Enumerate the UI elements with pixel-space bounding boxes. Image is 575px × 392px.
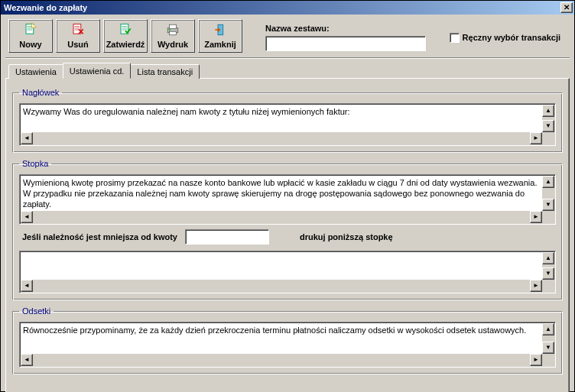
group-stopka: Stopka Wymienioną kwotę prosimy przekaza… [12, 159, 563, 300]
document-delete-icon [70, 23, 86, 38]
new-button[interactable]: Nowy [8, 19, 53, 53]
tab-lista-transakcji[interactable]: Lista transakcji [130, 64, 200, 79]
svg-rect-7 [169, 29, 171, 31]
threshold-row: Jeśli należność jest mniejsza od kwoty d… [19, 225, 556, 251]
window: Wezwanie do zapłaty ✕ Nowy Usuń Zat [0, 0, 575, 392]
checkbox-icon [450, 33, 460, 43]
scroll-up-icon[interactable]: ▲ [542, 176, 554, 188]
scroll-up-icon[interactable]: ▲ [542, 323, 554, 335]
alt-footer-label: drukuj poniższą stopkę [300, 232, 393, 241]
group-odsetki: Odsetki Równocześnie przypominamy, że za… [12, 306, 563, 374]
close-button-label: Zamknij [204, 40, 236, 49]
scroll-corner [542, 211, 554, 223]
scroll-right-icon[interactable]: ► [530, 211, 542, 223]
scroll-left-icon[interactable]: ◄ [21, 354, 33, 366]
new-button-label: Nowy [19, 40, 41, 49]
threshold-input[interactable] [185, 229, 269, 245]
set-name-input[interactable] [265, 36, 426, 51]
tab-panel: Nagłówek Wzywamy Was do uregulowania nal… [5, 78, 570, 392]
toolbar: Nowy Usuń Zatwierdź Wydruk [1, 15, 574, 56]
scroll-left-icon[interactable]: ◄ [21, 132, 33, 144]
window-title: Wezwanie do zapłaty [4, 3, 87, 12]
confirm-button[interactable]: Zatwierdź [103, 19, 148, 53]
close-button[interactable]: Zamknij [198, 19, 242, 53]
scroll-down-icon[interactable]: ▼ [542, 267, 554, 280]
scroll-right-icon[interactable]: ► [530, 280, 542, 292]
scrollbar-vertical[interactable]: ▲ ▼ [542, 105, 554, 132]
scroll-corner [542, 280, 554, 292]
close-icon[interactable]: ✕ [560, 2, 573, 13]
confirm-button-label: Zatwierdź [106, 40, 145, 49]
document-new-icon [23, 23, 38, 38]
scrollbar-vertical[interactable]: ▲ ▼ [542, 252, 554, 280]
scroll-right-icon[interactable]: ► [530, 354, 542, 366]
scrollbar-vertical[interactable]: ▲ ▼ [542, 176, 554, 211]
scroll-up-icon[interactable]: ▲ [542, 252, 554, 264]
print-button[interactable]: Wydruk [151, 19, 195, 53]
scroll-down-icon[interactable]: ▼ [542, 342, 554, 354]
tab-strip: Ustawienia Ustawienia cd. Lista transakc… [8, 64, 574, 79]
manual-select-label: Ręczny wybór transakcji [463, 33, 560, 42]
delete-button[interactable]: Usuń [56, 19, 100, 53]
stopka-text: Wymienioną kwotę prosimy przekazać na na… [23, 177, 541, 209]
titlebar: Wezwanie do zapłaty ✕ [1, 1, 574, 15]
toolbar-right: Nazwa zestawu: Ręczny wybór transakcji [250, 19, 567, 51]
scroll-left-icon[interactable]: ◄ [21, 280, 33, 292]
print-button-label: Wydruk [158, 40, 188, 49]
tab-ustawienia-cd[interactable]: Ustawienia cd. [63, 63, 132, 79]
svg-rect-5 [170, 24, 177, 28]
scroll-right-icon[interactable]: ► [530, 132, 542, 144]
manual-select-checkbox[interactable]: Ręczny wybór transakcji [450, 33, 567, 43]
scroll-left-icon[interactable]: ◄ [21, 211, 33, 223]
naglowek-textarea[interactable]: Wzywamy Was do uregulowania należnej nam… [19, 103, 556, 146]
scroll-down-icon[interactable]: ▼ [542, 120, 554, 132]
naglowek-text: Wzywamy Was do uregulowania należnej nam… [23, 106, 541, 121]
separator [5, 57, 570, 59]
stopka-alt-textarea[interactable]: ▲ ▼ ◄ ► [19, 251, 556, 293]
delete-button-label: Usuń [67, 40, 89, 49]
group-odsetki-legend: Odsetki [19, 306, 54, 316]
svg-marker-1 [32, 23, 37, 28]
scrollbar-horizontal[interactable]: ◄ ► [21, 280, 542, 292]
door-exit-icon [213, 23, 228, 38]
scrollbar-horizontal[interactable]: ◄ ► [21, 211, 542, 223]
odsetki-text: Równocześnie przypominamy, że za każdy d… [23, 325, 541, 340]
scroll-corner [542, 132, 554, 144]
scrollbar-vertical[interactable]: ▲ ▼ [542, 323, 554, 354]
document-confirm-icon [118, 23, 133, 38]
group-stopka-legend: Stopka [19, 159, 51, 168]
printer-icon [165, 23, 180, 38]
toolbar-buttons: Nowy Usuń Zatwierdź Wydruk [8, 19, 245, 53]
scroll-down-icon[interactable]: ▼ [542, 199, 554, 211]
scrollbar-horizontal[interactable]: ◄ ► [21, 132, 542, 144]
threshold-label: Jeśli należność jest mniejsza od kwoty [22, 232, 177, 241]
scroll-up-icon[interactable]: ▲ [542, 105, 554, 117]
group-naglowek-legend: Nagłówek [19, 88, 62, 97]
scrollbar-horizontal[interactable]: ◄ ► [21, 354, 542, 366]
scroll-corner [542, 354, 554, 366]
group-naglowek: Nagłówek Wzywamy Was do uregulowania nal… [12, 88, 563, 153]
svg-rect-6 [170, 31, 177, 35]
tab-ustawienia[interactable]: Ustawienia [8, 64, 63, 79]
stopka-alt-text [23, 254, 541, 269]
set-name-label: Nazwa zestawu: [265, 24, 426, 33]
odsetki-textarea[interactable]: Równocześnie przypominamy, że za każdy d… [19, 322, 556, 368]
stopka-textarea[interactable]: Wymienioną kwotę prosimy przekazać na na… [19, 174, 556, 225]
